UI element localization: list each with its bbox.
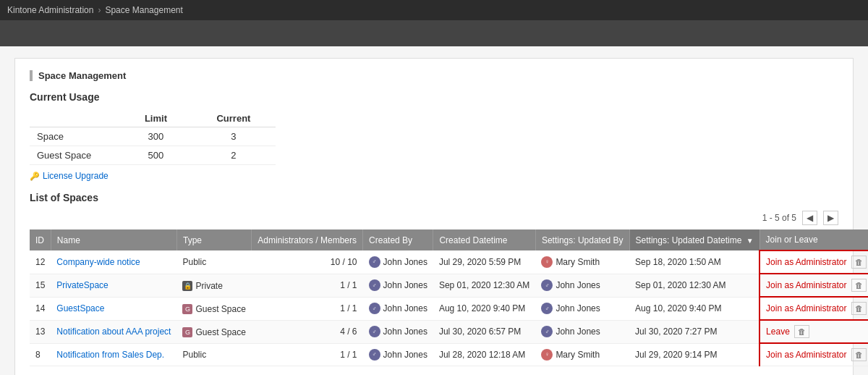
cell-settings-updated-datetime: Aug 10, 2020 9:40 PM bbox=[629, 297, 760, 320]
col-type: Type bbox=[176, 229, 251, 250]
space-name-link[interactable]: Company-wide notice bbox=[56, 257, 140, 267]
usage-col-label bbox=[30, 110, 120, 127]
cell-created-datetime: Jul 29, 2020 5:59 PM bbox=[433, 250, 535, 274]
delete-space-button[interactable]: 🗑 bbox=[794, 325, 809, 338]
settings-updated-by-avatar: ♀ bbox=[541, 256, 553, 268]
type-icon: 🔒 Private bbox=[182, 281, 222, 291]
cell-join-leave: Leave 🗑 bbox=[760, 320, 868, 343]
settings-updated-by-avatar: ♂ bbox=[541, 303, 553, 314]
created-by-avatar: ♂ bbox=[369, 256, 380, 268]
pagination-info: 1 - 5 of 5 bbox=[762, 213, 796, 223]
dark-header-strip bbox=[0, 20, 868, 46]
join-admin-link[interactable]: Join as Administrator bbox=[766, 350, 846, 360]
table-row: 15 PrivateSpace 🔒 Private 1 / 1 ♂ John J… bbox=[30, 274, 868, 297]
delete-space-button[interactable]: 🗑 bbox=[851, 279, 867, 292]
join-admin-link[interactable]: Join as Administrator bbox=[766, 303, 846, 313]
cell-created-datetime: Jul 28, 2020 12:18 AM bbox=[433, 343, 535, 366]
cell-created-by: ♂ John Jones bbox=[363, 250, 433, 274]
usage-space-limit: 300 bbox=[120, 127, 192, 146]
cell-created-by: ♂ John Jones bbox=[363, 297, 433, 320]
usage-col-current: Current bbox=[192, 110, 276, 127]
cell-settings-updated-by: ♂ John Jones bbox=[535, 320, 629, 343]
usage-row-guestspace: Guest Space 500 2 bbox=[30, 146, 276, 165]
usage-guestspace-label: Guest Space bbox=[30, 146, 120, 165]
cell-type: Public bbox=[176, 250, 251, 274]
cell-created-by: ♂ John Jones bbox=[363, 274, 433, 297]
current-usage-heading: Current Usage bbox=[30, 91, 838, 103]
license-upgrade-link[interactable]: 🔑 License Upgrade bbox=[30, 171, 109, 181]
settings-updated-by-name: John Jones bbox=[556, 326, 600, 337]
nav-space-management[interactable]: Space Management bbox=[105, 5, 182, 15]
col-created-datetime: Created Datetime bbox=[433, 229, 535, 250]
cell-settings-updated-by: ♀ Mary Smith bbox=[535, 250, 629, 274]
table-row: 14 GuestSpace G Guest Space 1 / 1 ♂ John… bbox=[30, 297, 868, 320]
cell-join-leave: Join as Administrator 🗑 bbox=[760, 343, 868, 366]
usage-space-current: 3 bbox=[192, 127, 276, 146]
created-by-name: John Jones bbox=[383, 257, 427, 267]
cell-created-datetime: Aug 10, 2020 9:40 PM bbox=[433, 297, 535, 320]
pagination-next-button[interactable]: ▶ bbox=[823, 211, 838, 225]
cell-name: GuestSpace bbox=[51, 297, 176, 320]
cell-admins-members: 4 / 6 bbox=[252, 320, 363, 343]
cell-join-leave: Join as Administrator 🗑 bbox=[760, 250, 868, 274]
space-name-link[interactable]: Notification from Sales Dep. bbox=[56, 350, 164, 360]
license-icon: 🔑 bbox=[30, 172, 40, 181]
cell-created-by: ♂ John Jones bbox=[363, 343, 433, 366]
col-join-leave: Join or Leave bbox=[760, 229, 868, 250]
created-by-name: John Jones bbox=[383, 350, 427, 360]
created-by-avatar: ♂ bbox=[369, 326, 380, 337]
cell-type: 🔒 Private bbox=[176, 274, 251, 297]
cell-type: G Guest Space bbox=[176, 320, 251, 343]
cell-id: 12 bbox=[30, 250, 51, 274]
delete-space-button[interactable]: 🗑 bbox=[851, 348, 867, 361]
delete-space-button[interactable]: 🗑 bbox=[851, 302, 867, 315]
space-name-link[interactable]: Notification about AAA project bbox=[56, 326, 171, 337]
settings-updated-by-name: John Jones bbox=[556, 280, 600, 290]
cell-type: G Guest Space bbox=[176, 297, 251, 320]
usage-guestspace-current: 2 bbox=[192, 146, 276, 165]
cell-id: 8 bbox=[30, 343, 51, 366]
cell-settings-updated-datetime: Jul 30, 2020 7:27 PM bbox=[629, 320, 760, 343]
pagination-prev-button[interactable]: ◀ bbox=[802, 211, 817, 225]
usage-table: Limit Current Space 300 3 Guest Space 50… bbox=[30, 110, 276, 165]
cell-join-leave: Join as Administrator 🗑 bbox=[760, 297, 868, 320]
col-admins-members: Administrators / Members bbox=[252, 229, 363, 250]
cell-settings-updated-by: ♂ John Jones bbox=[535, 274, 629, 297]
type-icon: Public bbox=[182, 257, 206, 267]
cell-name: PrivateSpace bbox=[51, 274, 176, 297]
cell-admins-members: 1 / 1 bbox=[252, 297, 363, 320]
spaces-table: ID Name Type Administrators / Members Cr… bbox=[30, 229, 868, 366]
space-name-link[interactable]: GuestSpace bbox=[56, 303, 104, 313]
cell-admins-members: 10 / 10 bbox=[252, 250, 363, 274]
cell-settings-updated-by: ♂ John Jones bbox=[535, 297, 629, 320]
usage-row-space: Space 300 3 bbox=[30, 127, 276, 146]
join-admin-link[interactable]: Join as Administrator bbox=[766, 257, 846, 267]
col-settings-updated-datetime[interactable]: Settings: Updated Datetime ▼ bbox=[629, 229, 760, 250]
created-by-avatar: ♂ bbox=[369, 303, 380, 314]
nav-separator: › bbox=[98, 5, 101, 15]
cell-id: 15 bbox=[30, 274, 51, 297]
content-card: Space Management Current Usage Limit Cur… bbox=[14, 58, 854, 375]
cell-created-datetime: Sep 01, 2020 12:30 AM bbox=[433, 274, 535, 297]
space-name-link[interactable]: PrivateSpace bbox=[56, 280, 108, 290]
sort-arrow: ▼ bbox=[746, 237, 754, 245]
main-content: Space Management Current Usage Limit Cur… bbox=[0, 46, 868, 375]
spaces-table-header-row: ID Name Type Administrators / Members Cr… bbox=[30, 229, 868, 250]
cell-id: 13 bbox=[30, 320, 51, 343]
cell-settings-updated-datetime: Sep 18, 2020 1:50 AM bbox=[629, 250, 760, 274]
nav-kintone-admin[interactable]: Kintone Administration bbox=[7, 5, 93, 15]
cell-name: Company-wide notice bbox=[51, 250, 176, 274]
page-title: Space Management bbox=[30, 70, 838, 81]
join-admin-link[interactable]: Join as Administrator bbox=[766, 280, 846, 290]
cell-admins-members: 1 / 1 bbox=[252, 274, 363, 297]
cell-settings-updated-datetime: Jul 29, 2020 9:14 PM bbox=[629, 343, 760, 366]
cell-name: Notification from Sales Dep. bbox=[51, 343, 176, 366]
delete-space-button[interactable]: 🗑 bbox=[851, 256, 867, 269]
settings-updated-by-name: John Jones bbox=[556, 303, 600, 313]
created-by-name: John Jones bbox=[383, 326, 427, 337]
cell-type: Public bbox=[176, 343, 251, 366]
leave-link[interactable]: Leave bbox=[766, 326, 790, 337]
type-icon: G Guest Space bbox=[182, 304, 245, 314]
top-navigation: Kintone Administration › Space Managemen… bbox=[0, 0, 868, 20]
table-row: 8 Notification from Sales Dep. Public 1 … bbox=[30, 343, 868, 366]
